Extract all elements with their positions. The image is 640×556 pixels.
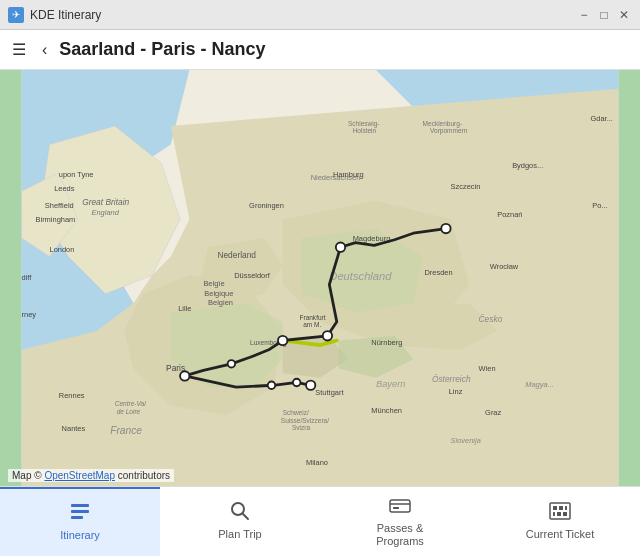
svg-rect-79 [563, 512, 567, 516]
svg-text:Gdar...: Gdar... [590, 114, 612, 123]
svg-rect-73 [550, 503, 570, 519]
itinerary-label: Itinerary [60, 529, 100, 542]
svg-text:München: München [371, 406, 402, 415]
svg-text:Groningen: Groningen [249, 201, 284, 210]
svg-text:Birmingham: Birmingham [36, 215, 76, 224]
maximize-button[interactable]: □ [596, 7, 612, 23]
svg-point-61 [228, 360, 235, 367]
map-container[interactable]: Great Britain England Nederland Belgïe B… [0, 70, 640, 486]
svg-rect-78 [557, 512, 561, 516]
attribution-suffix: contributors [118, 470, 170, 481]
svg-text:diff: diff [22, 273, 33, 282]
nav-itinerary[interactable]: Itinerary [0, 487, 160, 556]
minimize-button[interactable]: − [576, 7, 592, 23]
svg-text:Belgien: Belgien [208, 298, 233, 307]
svg-point-68 [232, 503, 244, 515]
svg-point-62 [268, 382, 275, 389]
svg-point-56 [441, 224, 450, 233]
svg-text:Holstein: Holstein [353, 127, 377, 134]
svg-text:Great Britain: Great Britain [82, 197, 129, 207]
svg-text:Dresden: Dresden [424, 268, 452, 277]
svg-text:Rennes: Rennes [59, 391, 85, 400]
svg-text:Bayern: Bayern [376, 379, 406, 389]
svg-text:Deutschland: Deutschland [329, 270, 392, 282]
window-title: KDE Itinerary [30, 8, 101, 22]
svg-text:London: London [50, 245, 75, 254]
svg-text:France: France [110, 425, 142, 436]
hamburger-icon: ☰ [12, 41, 26, 58]
back-button[interactable]: ‹ [38, 37, 51, 63]
svg-text:Wien: Wien [479, 364, 496, 373]
map-attribution: Map © OpenStreetMap contributors [8, 469, 174, 482]
svg-text:Nantes: Nantes [62, 424, 86, 433]
nav-current-ticket[interactable]: Current Ticket [480, 487, 640, 556]
menu-button[interactable]: ☰ [8, 36, 30, 63]
svg-rect-70 [390, 500, 410, 512]
current-ticket-icon [549, 501, 571, 526]
svg-text:Düsseldorf: Düsseldorf [234, 271, 271, 280]
svg-text:Centre-Val: Centre-Val [115, 400, 146, 407]
svg-text:Österreich: Österreich [432, 374, 471, 384]
svg-text:Hamburg: Hamburg [333, 170, 364, 179]
svg-text:Magya...: Magya... [525, 380, 554, 389]
svg-point-58 [323, 331, 332, 340]
svg-text:Belgïe: Belgïe [203, 279, 224, 288]
svg-text:Svizra: Svizra [292, 424, 310, 431]
svg-text:Stuttgart: Stuttgart [315, 388, 344, 397]
svg-rect-67 [71, 516, 83, 519]
svg-text:Schweiz/: Schweiz/ [283, 409, 309, 416]
nav-passes-programs[interactable]: Passes &Programs [320, 487, 480, 556]
page-title: Saarland - Paris - Nancy [59, 39, 265, 60]
svg-text:Szczecin: Szczecin [451, 182, 481, 191]
app-icon: ✈ [8, 7, 24, 23]
title-bar-left: ✈ KDE Itinerary [8, 7, 101, 23]
svg-text:Česko: Česko [479, 314, 503, 324]
svg-rect-65 [71, 504, 89, 507]
plan-trip-icon [230, 501, 250, 526]
svg-text:Milano: Milano [306, 458, 328, 467]
svg-text:Graz: Graz [485, 408, 501, 417]
svg-text:Sheffield: Sheffield [45, 201, 74, 210]
openstreetmap-link[interactable]: OpenStreetMap [44, 470, 115, 481]
itinerary-icon [69, 502, 91, 527]
svg-text:Slovenija: Slovenija [451, 436, 481, 445]
svg-text:Lille: Lille [178, 304, 191, 313]
svg-text:Wrocław: Wrocław [490, 262, 519, 271]
back-icon: ‹ [42, 41, 47, 58]
svg-rect-77 [553, 512, 555, 516]
svg-text:am M.: am M. [303, 321, 321, 328]
svg-point-60 [180, 371, 189, 380]
svg-text:Leeds: Leeds [54, 184, 75, 193]
plan-trip-label: Plan Trip [218, 528, 261, 541]
close-button[interactable]: ✕ [616, 7, 632, 23]
svg-text:Linz: Linz [449, 387, 463, 396]
svg-text:Bydgos...: Bydgos... [512, 161, 543, 170]
svg-text:Belgique: Belgique [204, 289, 233, 298]
svg-rect-72 [393, 507, 399, 509]
svg-text:de Loire: de Loire [117, 408, 141, 415]
svg-text:Vorpommern: Vorpommern [430, 127, 468, 135]
svg-text:rney: rney [22, 310, 37, 319]
svg-text:England: England [91, 208, 119, 217]
svg-text:Suisse/Svizzera/: Suisse/Svizzera/ [281, 417, 329, 424]
svg-rect-66 [71, 510, 89, 513]
current-ticket-label: Current Ticket [526, 528, 594, 541]
svg-text:Po...: Po... [592, 201, 607, 210]
svg-point-64 [306, 381, 315, 390]
svg-rect-76 [565, 506, 567, 510]
passes-icon [389, 495, 411, 520]
bottom-nav: Itinerary Plan Trip Passes &Programs [0, 486, 640, 556]
svg-point-59 [278, 336, 287, 345]
svg-text:Poznań: Poznań [497, 210, 522, 219]
svg-text:Nürnberg: Nürnberg [371, 338, 402, 347]
nav-plan-trip[interactable]: Plan Trip [160, 487, 320, 556]
map-svg: Great Britain England Nederland Belgïe B… [0, 70, 640, 486]
svg-rect-75 [559, 506, 563, 510]
svg-line-69 [243, 514, 248, 519]
svg-text:upon Tyne: upon Tyne [59, 170, 94, 179]
svg-rect-74 [553, 506, 557, 510]
svg-text:Frankfurt: Frankfurt [299, 314, 325, 321]
title-bar: ✈ KDE Itinerary − □ ✕ [0, 0, 640, 30]
svg-text:Nederland: Nederland [217, 250, 256, 260]
attribution-prefix: Map © [12, 470, 42, 481]
